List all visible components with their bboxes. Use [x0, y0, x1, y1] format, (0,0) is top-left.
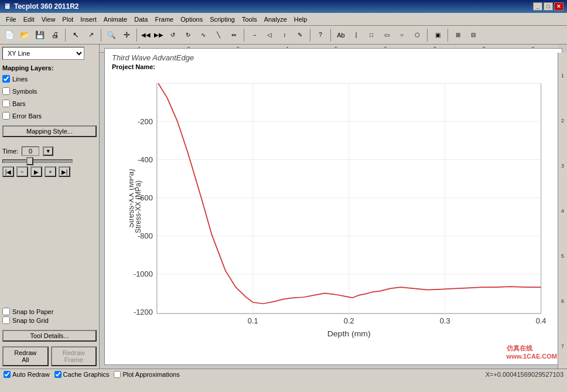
menu-plot[interactable]: Plot: [59, 15, 77, 24]
move-btn[interactable]: ⇔: [227, 28, 241, 42]
menu-file[interactable]: File: [2, 15, 20, 24]
select2-tool-button[interactable]: ↗: [84, 28, 98, 42]
bottom-bar: Auto Redraw Cache Graphics Plot Approxim…: [0, 369, 567, 379]
snap-grid-checkbox[interactable]: [2, 316, 10, 324]
print-button[interactable]: 🖨: [48, 28, 62, 42]
save-button[interactable]: 💾: [33, 28, 47, 42]
new-button[interactable]: 📄: [2, 28, 16, 42]
rect-btn[interactable]: □: [364, 28, 378, 42]
toolbar-sep-6: [330, 29, 331, 42]
measure-btn[interactable]: ↕: [278, 28, 292, 42]
svg-text:-800: -800: [138, 232, 153, 240]
ellipse-btn[interactable]: ○: [395, 28, 409, 42]
snap-paper-item[interactable]: Snap to Paper: [2, 308, 97, 315]
plot-approx-checkbox[interactable]: [114, 371, 121, 378]
rotate2-btn[interactable]: ↻: [181, 28, 195, 42]
bars-layer-item[interactable]: Bars: [2, 100, 97, 107]
prev-step-btn[interactable]: −: [16, 166, 28, 177]
lines-checkbox[interactable]: [2, 75, 10, 83]
time-label: Time:: [2, 148, 18, 155]
bars-checkbox[interactable]: [2, 100, 10, 107]
snap-grid-label: Snap to Grid: [12, 317, 49, 324]
menu-analyze[interactable]: Analyze: [261, 15, 291, 24]
right-ruler-1: 1: [561, 73, 564, 79]
symbols-layer-item[interactable]: Symbols: [2, 87, 97, 95]
select-tool-button[interactable]: ↖: [69, 28, 83, 42]
prev-frame-btn[interactable]: ◀◀: [140, 28, 152, 42]
zoom-button[interactable]: 🔍: [104, 28, 118, 42]
svg-text:-1200: -1200: [134, 309, 153, 317]
frame-btn[interactable]: ▣: [431, 28, 445, 42]
menu-options[interactable]: Options: [177, 15, 206, 24]
close-button[interactable]: ✕: [554, 2, 563, 11]
right-ruler-3: 3: [561, 163, 564, 169]
next-frame-btn[interactable]: ▶▶: [153, 28, 165, 42]
cache-graphics-item[interactable]: Cache Graphics: [54, 371, 110, 378]
menu-insert[interactable]: Insert: [77, 15, 100, 24]
chart-svg: -200 -400 -600 -800 -1000 -1200 0.1 0.2 …: [129, 77, 555, 340]
error-bars-layer-item[interactable]: Error Bars: [2, 112, 97, 120]
error-bars-checkbox[interactable]: [2, 112, 10, 120]
left-panel: XY Line 2D Cartesian 3D Cartesian Mappin…: [0, 45, 100, 369]
snap-btn[interactable]: ⊟: [466, 28, 480, 42]
pointer-btn[interactable]: →: [247, 28, 261, 42]
toolbar-sep-4: [244, 29, 244, 42]
cursor-btn[interactable]: |: [349, 28, 363, 42]
pan-button[interactable]: ✛: [119, 28, 134, 42]
polygon-btn[interactable]: ⬡: [410, 28, 424, 42]
next-step-btn[interactable]: +: [45, 166, 56, 177]
lines-label: Lines: [12, 76, 28, 83]
plot-approx-item[interactable]: Plot Approximations: [114, 371, 179, 378]
probe-btn[interactable]: ◁: [262, 28, 276, 42]
time-slider-track[interactable]: [2, 159, 73, 163]
time-arrow-btn[interactable]: ▼: [43, 146, 53, 156]
menu-edit[interactable]: Edit: [20, 15, 38, 24]
time-section: Time: ▼ |◀ − ▶ + ▶|: [2, 146, 97, 179]
svg-text:-200: -200: [138, 118, 153, 126]
menu-data[interactable]: Data: [131, 15, 151, 24]
last-frame-btn[interactable]: ▶|: [59, 166, 70, 177]
chart-subtitle: Project Name:: [105, 63, 562, 73]
svg-text:0.4: 0.4: [536, 317, 546, 325]
app-title: Tecplot 360 2011R2: [14, 2, 79, 11]
redraw-row: Redraw All Redraw Frame: [2, 346, 97, 366]
play-btn[interactable]: ▶: [30, 166, 42, 177]
edit-btn[interactable]: ✎: [293, 28, 307, 42]
rounded-btn[interactable]: ▭: [380, 28, 394, 42]
menu-frame[interactable]: Frame: [151, 15, 177, 24]
coordinates-display: X=+0.00041569029527103: [486, 371, 563, 378]
spacer: [2, 182, 97, 299]
help2-btn[interactable]: ?: [313, 28, 327, 42]
open-button[interactable]: 📂: [18, 28, 32, 42]
curve-btn[interactable]: ∿: [196, 28, 210, 42]
menu-animate[interactable]: Animate: [100, 15, 131, 24]
toolbar-sep-8: [448, 29, 448, 42]
menu-help[interactable]: Help: [291, 15, 311, 24]
auto-redraw-checkbox[interactable]: [4, 371, 11, 378]
mapping-style-button[interactable]: Mapping Style...: [2, 125, 97, 137]
maximize-button[interactable]: □: [544, 2, 553, 11]
page: Third Wave AdvantEdge Project Name: 1CAE…: [104, 48, 562, 365]
grid-btn[interactable]: ⊞: [451, 28, 465, 42]
redraw-all-button[interactable]: Redraw All: [2, 346, 49, 366]
menu-view[interactable]: View: [38, 15, 59, 24]
tool-details-button[interactable]: Tool Details...: [2, 330, 97, 342]
snap-paper-checkbox[interactable]: [2, 308, 10, 315]
time-input[interactable]: [22, 146, 39, 156]
cache-graphics-checkbox[interactable]: [54, 371, 62, 378]
redraw-frame-button[interactable]: Redraw Frame: [51, 346, 97, 366]
lines-layer-item[interactable]: Lines: [2, 75, 97, 83]
menu-scripting[interactable]: Scripting: [206, 15, 238, 24]
minimize-button[interactable]: _: [533, 2, 542, 11]
title-controls[interactable]: _ □ ✕: [533, 2, 563, 11]
auto-redraw-item[interactable]: Auto Redraw: [4, 371, 50, 378]
first-frame-btn[interactable]: |◀: [2, 166, 14, 177]
symbols-checkbox[interactable]: [2, 87, 10, 95]
plot-type-select[interactable]: XY Line 2D Cartesian 3D Cartesian: [2, 47, 84, 60]
rotate-btn[interactable]: ↺: [166, 28, 180, 42]
text-btn[interactable]: Ab: [334, 28, 348, 42]
line-btn[interactable]: ╲: [211, 28, 226, 42]
menu-tools[interactable]: Tools: [238, 15, 261, 24]
time-slider-thumb[interactable]: [26, 157, 33, 165]
snap-grid-item[interactable]: Snap to Grid: [2, 316, 97, 324]
